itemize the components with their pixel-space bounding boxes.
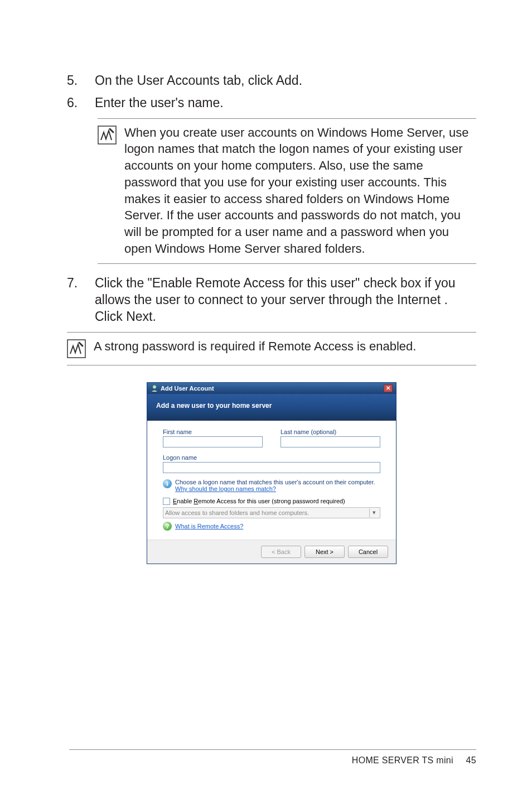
step-7: 7. Click the "Enable Remote Access for t…	[67, 275, 476, 325]
dialog-banner: Add a new user to your home server	[147, 394, 396, 421]
user-icon	[151, 384, 158, 392]
step-text: On the User Accounts tab, click Add.	[95, 73, 476, 89]
remote-access-help-link[interactable]: What is Remote Access?	[175, 523, 243, 530]
why-match-link[interactable]: Why should the logon names match?	[175, 485, 276, 492]
next-button[interactable]: Next >	[304, 546, 345, 558]
step-text: Enter the user's name.	[95, 95, 476, 112]
step-number: 6.	[67, 95, 95, 112]
info-row: i Choose a logon name that matches this …	[163, 479, 380, 492]
back-button[interactable]: < Back	[261, 546, 301, 558]
step-6: 6. Enter the user's name.	[67, 95, 476, 112]
page-footer: HOME SERVER TS mini 45	[69, 749, 476, 766]
note-box-2: A strong password is required if Remote …	[67, 332, 476, 365]
chevron-down-icon: ▾	[369, 508, 378, 517]
dialog-body: First name Last name (optional) Logon na…	[147, 421, 396, 540]
step-5: 5. On the User Accounts tab, click Add.	[67, 73, 476, 89]
dialog-buttons: < Back Next > Cancel	[147, 540, 396, 564]
note-text: A strong password is required if Remote …	[94, 338, 416, 358]
enable-remote-checkbox[interactable]	[163, 498, 170, 505]
enable-remote-row[interactable]: Enable Remote Access for this user (stro…	[163, 498, 380, 505]
cancel-button[interactable]: Cancel	[348, 546, 388, 558]
add-user-dialog: Add User Account ✕ Add a new user to you…	[147, 382, 396, 564]
step-text: Click the "Enable Remote Access for this…	[95, 275, 476, 325]
note-box-1: When you create user accounts on Windows…	[98, 118, 476, 264]
info-icon: i	[163, 479, 172, 488]
first-name-input[interactable]	[163, 436, 263, 447]
info-text: Choose a logon name that matches this us…	[175, 479, 375, 485]
access-dropdown[interactable]: Allow access to shared folders and home …	[163, 507, 380, 518]
help-icon: ?	[163, 522, 172, 531]
footer-product: HOME SERVER TS mini	[352, 755, 453, 765]
last-name-label: Last name (optional)	[280, 429, 380, 435]
note-pencil-icon	[67, 339, 86, 358]
dialog-screenshot: Add User Account ✕ Add a new user to you…	[67, 382, 476, 564]
dialog-titlebar: Add User Account ✕	[147, 383, 396, 394]
last-name-input[interactable]	[280, 436, 380, 447]
step-number: 5.	[67, 73, 95, 89]
dropdown-value: Allow access to shared folders and home …	[165, 509, 309, 516]
logon-name-label: Logon name	[163, 454, 380, 461]
close-icon[interactable]: ✕	[384, 384, 393, 392]
note-pencil-icon	[98, 126, 117, 145]
svg-point-2	[153, 385, 156, 388]
step-number: 7.	[67, 275, 95, 325]
footer-page-number: 45	[466, 755, 476, 765]
document-page: 5. On the User Accounts tab, click Add. …	[0, 0, 532, 598]
logon-name-input[interactable]	[163, 462, 380, 473]
note-text: When you create user accounts on Windows…	[124, 124, 476, 257]
dialog-title: Add User Account	[161, 385, 214, 392]
first-name-label: First name	[163, 429, 263, 435]
